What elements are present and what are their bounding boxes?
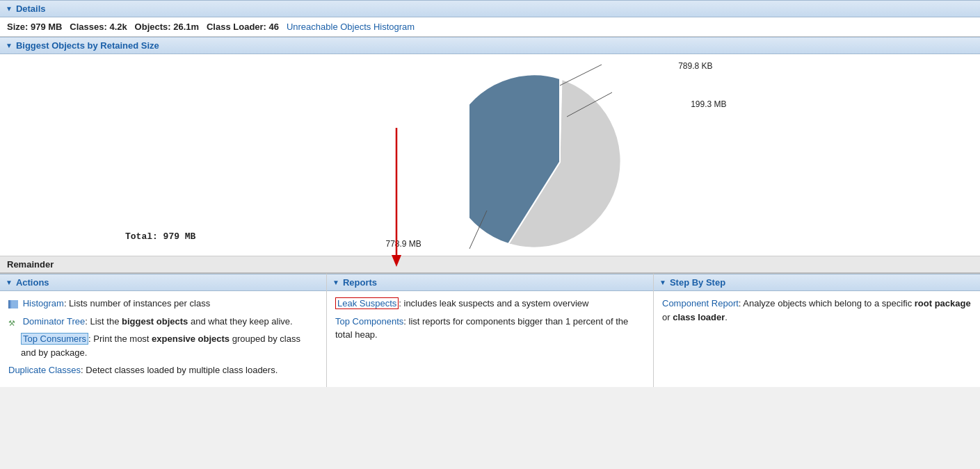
reports-content: Leak Suspects: includes leak suspects an…: [327, 291, 653, 352]
top-consumers-item: Top Consumers: Print the most expensive …: [8, 332, 318, 359]
unreachable-objects-link[interactable]: Unreachable Objects Histogram: [287, 22, 415, 32]
top-components-item: Top Components: list reports for compone…: [335, 315, 645, 342]
component-report-bold1: root package: [915, 298, 971, 308]
duplicate-classes-link[interactable]: Duplicate Classes: [8, 365, 81, 375]
slice2-label: 199.3 MB: [691, 99, 726, 109]
reports-column: ▼ Reports Leak Suspects: includes leak s…: [327, 274, 654, 387]
component-report-or: or: [662, 312, 673, 322]
biggest-objects-triangle: ▼: [6, 42, 13, 49]
bottom-sections: ▼ Actions Histogram: Lists number of ins…: [0, 273, 980, 387]
leak-suspects-link[interactable]: Leak Suspects: [335, 297, 399, 309]
top-consumers-bold: expensive objects: [152, 334, 230, 344]
component-report-bold2: class loader: [673, 312, 725, 322]
details-triangle: ▼: [6, 5, 13, 13]
dominator-link[interactable]: Dominator Tree: [23, 316, 86, 327]
details-title: Details: [16, 3, 46, 14]
step-by-step-content: Component Report: Analyze objects which …: [654, 291, 980, 334]
objects-label: Objects:: [135, 22, 171, 32]
slice3-label: 789.8 KB: [678, 61, 712, 71]
top-consumers-link[interactable]: Top Consumers: [21, 333, 88, 345]
leak-suspects-desc: : includes leak suspects and a system ov…: [399, 298, 588, 308]
dominator-item: ⚒ Dominator Tree: List the biggest objec…: [8, 315, 318, 329]
classloader-value: 46: [269, 22, 279, 32]
reports-triangle: ▼: [332, 279, 339, 286]
details-content: Size: 979 MB Classes: 4.2k Objects: 26.1…: [0, 17, 980, 37]
objects-value: 26.1m: [173, 22, 199, 32]
dominator-desc: : List the: [85, 316, 122, 327]
pie-chart-svg: [469, 72, 650, 252]
duplicate-classes-item: Duplicate Classes: Detect classes loaded…: [8, 363, 318, 377]
classes-label: Classes:: [70, 22, 106, 32]
step-by-step-column: ▼ Step By Step Component Report: Analyze…: [654, 274, 980, 387]
biggest-objects-section: ▼ Biggest Objects by Retained Size Total…: [0, 37, 980, 273]
step-by-step-triangle: ▼: [659, 279, 666, 286]
remainder-bar: Remainder: [0, 256, 980, 272]
actions-content: Histogram: Lists number of instances per…: [0, 291, 326, 387]
remainder-label: Remainder: [7, 259, 54, 270]
pie-chart-container: 789.8 KB 199.3 MB 778.9 MB: [469, 72, 650, 252]
chart-area: Total: 979 MB 789.8 KB 199.3 MB 778.9 MB: [0, 54, 980, 256]
component-report-link[interactable]: Component Report: [662, 298, 739, 308]
step-by-step-title: Step By Step: [670, 277, 725, 288]
actions-triangle: ▼: [6, 279, 13, 286]
histogram-icon: [8, 300, 18, 308]
actions-title: Actions: [16, 277, 49, 288]
dominator-desc2: and what they keep alive.: [188, 316, 292, 327]
duplicate-classes-desc: : Detect classes loaded by multiple clas…: [81, 365, 278, 375]
leak-suspects-item: Leak Suspects: includes leak suspects an…: [335, 297, 645, 311]
component-report-desc: : Analyze objects which belong to a spec…: [739, 298, 915, 308]
top-components-link[interactable]: Top Components: [335, 316, 403, 327]
top-consumers-desc: : Print the most: [88, 334, 152, 344]
histogram-desc: : Lists number of instances per class: [64, 298, 210, 308]
component-report-end: .: [725, 312, 728, 322]
reports-header: ▼ Reports: [327, 274, 653, 291]
component-report-item: Component Report: Analyze objects which …: [662, 297, 972, 324]
biggest-objects-header: ▼ Biggest Objects by Retained Size: [0, 37, 980, 54]
biggest-objects-title: Biggest Objects by Retained Size: [16, 40, 159, 51]
details-header: ▼ Details: [0, 0, 980, 17]
size-value: 979 MB: [31, 22, 63, 32]
histogram-link[interactable]: Histogram: [23, 298, 64, 308]
classes-value: 4.2k: [109, 22, 127, 32]
step-by-step-header: ▼ Step By Step: [654, 274, 980, 291]
actions-column: ▼ Actions Histogram: Lists number of ins…: [0, 274, 327, 387]
size-label: Size:: [7, 22, 28, 32]
actions-header: ▼ Actions: [0, 274, 326, 291]
slice1-label: 778.9 MB: [386, 239, 421, 249]
classloader-label: Class Loader:: [207, 22, 266, 32]
total-label: Total: 979 MB: [125, 231, 195, 242]
dominator-icon: ⚒: [8, 318, 18, 326]
reports-title: Reports: [343, 277, 377, 288]
histogram-item: Histogram: Lists number of instances per…: [8, 297, 318, 311]
dominator-bold: biggest objects: [122, 316, 188, 327]
